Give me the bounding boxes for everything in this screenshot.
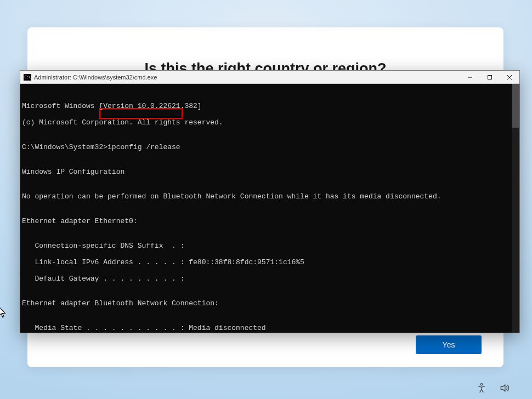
volume-icon[interactable]	[499, 383, 510, 394]
console-line: Microsoft Windows [Version 10.0.22621.38…	[22, 102, 518, 110]
console-line: Ethernet adapter Ethernet0:	[22, 217, 518, 225]
console-line: Ethernet adapter Bluetooth Network Conne…	[22, 299, 518, 307]
console-scrollbar[interactable]	[512, 84, 519, 333]
console-line: (c) Microsoft Corporation. All rights re…	[22, 118, 518, 127]
maximize-button[interactable]	[480, 71, 500, 84]
console-line: Default Gateway . . . . . . . . . :	[22, 275, 518, 283]
svg-point-0	[480, 384, 482, 385]
prompt-path: C:\Windows\System32>	[22, 143, 107, 151]
scrollbar-thumb[interactable]	[512, 84, 519, 128]
console-line: Link-local IPv6 Address . . . . . : fe80…	[22, 258, 518, 266]
console-line: Media State . . . . . . . . . . . : Medi…	[22, 324, 518, 332]
console-line: Connection-specific DNS Suffix . :	[22, 242, 518, 250]
taskbar-right	[476, 383, 510, 394]
mouse-cursor-icon	[0, 307, 7, 318]
accessibility-icon[interactable]	[476, 383, 487, 394]
console-line: C:\Windows\System32>ipconfig /release	[22, 143, 518, 151]
console-line: No operation can be performed on Bluetoo…	[22, 192, 518, 201]
cmd-title-text: Administrator: C:\Windows\system32\cmd.e…	[34, 74, 157, 81]
cmd-window: C:\ Administrator: C:\Windows\system32\c…	[20, 70, 520, 333]
console-line: Windows IP Configuration	[22, 168, 518, 176]
cmd-console-output[interactable]: Microsoft Windows [Version 10.0.22621.38…	[20, 84, 519, 333]
yes-button[interactable]: Yes	[416, 335, 482, 354]
entered-command: ipconfig /release	[107, 143, 180, 151]
cmd-icon: C:\	[24, 74, 31, 81]
svg-rect-2	[488, 75, 492, 79]
close-button[interactable]	[500, 71, 519, 84]
cmd-titlebar[interactable]: C:\ Administrator: C:\Windows\system32\c…	[20, 71, 519, 84]
minimize-button[interactable]	[460, 71, 480, 84]
